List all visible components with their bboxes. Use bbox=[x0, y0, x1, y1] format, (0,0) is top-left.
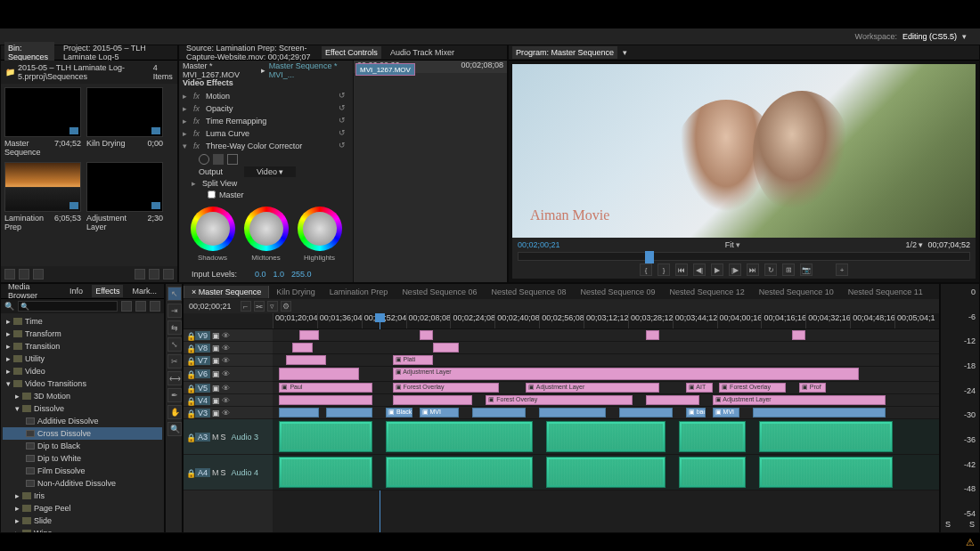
track-name[interactable]: A3 bbox=[195, 433, 210, 442]
track-select-tool[interactable]: ⇥ bbox=[167, 304, 182, 318]
tree-item[interactable]: Non-Additive Dissolve bbox=[3, 477, 162, 490]
twirl-icon[interactable]: ▸ bbox=[183, 117, 190, 126]
marker-button[interactable]: ▿ bbox=[267, 301, 278, 312]
panel-tab-info[interactable]: Info bbox=[66, 285, 86, 297]
solo-right[interactable]: S bbox=[969, 520, 975, 529]
toggle-output-icon[interactable]: ▣ bbox=[212, 409, 220, 417]
track-name[interactable]: V8 bbox=[195, 344, 210, 352]
timeline-clip[interactable] bbox=[292, 343, 312, 352]
effect-name[interactable]: Motion bbox=[206, 92, 230, 101]
effect-name[interactable]: Three-Way Color Corrector bbox=[206, 142, 302, 150]
ec-clip-bar[interactable]: MVI_1267.MOV bbox=[355, 63, 415, 76]
new-item-icon[interactable] bbox=[149, 269, 159, 280]
timeline-clip[interactable]: ▣ Prof bbox=[799, 383, 826, 393]
timeline-clip[interactable] bbox=[753, 408, 886, 417]
fx-badge-icon[interactable] bbox=[121, 301, 132, 312]
tree-item[interactable]: ▸ Page Peel bbox=[3, 502, 162, 515]
tree-item[interactable]: ▸ Transition bbox=[3, 340, 162, 352]
lock-icon[interactable]: 🔒 bbox=[186, 385, 193, 392]
video-track-header[interactable]: 🔒 V8 ▣ 👁 bbox=[184, 342, 273, 354]
video-track-header[interactable]: 🔒 V5 ▣ 👁 bbox=[184, 382, 273, 394]
timeline-clip[interactable] bbox=[393, 395, 473, 405]
tonal-range-icon[interactable] bbox=[199, 154, 209, 165]
loop-button[interactable]: ↻ bbox=[764, 263, 777, 276]
eye-icon[interactable]: 👁 bbox=[222, 331, 231, 340]
audio-clip[interactable] bbox=[679, 457, 746, 488]
timeline-clip[interactable] bbox=[286, 355, 326, 365]
timeline-clip[interactable] bbox=[646, 395, 699, 405]
audio-track-header[interactable]: 🔒 A3 M S Audio 3 bbox=[184, 419, 273, 455]
eye-icon[interactable]: 👁 bbox=[222, 369, 231, 378]
warning-icon[interactable]: ⚠ bbox=[966, 537, 975, 548]
timeline-clip[interactable]: ▣ AIT bbox=[686, 383, 713, 393]
color-wheel-shadows[interactable]: Shadows bbox=[191, 207, 235, 262]
tree-item[interactable]: ▸ Utility bbox=[3, 352, 162, 365]
go-to-out-button[interactable]: ⏭ bbox=[747, 263, 759, 276]
eye-icon[interactable]: 👁 bbox=[222, 344, 231, 352]
reset-icon[interactable]: ↺ bbox=[339, 128, 349, 139]
tree-item[interactable]: Film Dissolve bbox=[3, 465, 162, 477]
color-wheel-icon[interactable] bbox=[244, 207, 289, 251]
show-split-icon[interactable] bbox=[213, 154, 224, 165]
twirl-icon[interactable]: ▸ bbox=[6, 367, 11, 376]
lock-icon[interactable]: 🔒 bbox=[186, 370, 193, 377]
reset-icon[interactable]: ↺ bbox=[339, 103, 349, 114]
snap-toggle[interactable]: ⌐ bbox=[241, 301, 251, 312]
tree-item[interactable]: ▾ Dissolve bbox=[3, 402, 162, 415]
sequence-tab[interactable]: Nested Sequence 08 bbox=[484, 286, 573, 298]
twirl-icon[interactable]: ▸ bbox=[6, 342, 11, 351]
tree-item[interactable]: Dip to Black bbox=[3, 440, 162, 452]
timeline-clip[interactable] bbox=[619, 408, 673, 417]
timeline-clip[interactable]: ▣ Forest Overlay bbox=[393, 383, 500, 393]
mute-button[interactable]: M bbox=[212, 433, 219, 442]
color-wheel-icon[interactable] bbox=[191, 207, 235, 251]
selection-tool[interactable]: ↖ bbox=[167, 287, 182, 301]
eye-icon[interactable]: 👁 bbox=[222, 396, 231, 405]
effect-name[interactable]: Opacity bbox=[206, 104, 233, 113]
twirl-icon[interactable]: ▸ bbox=[183, 129, 190, 138]
sequence-tab[interactable]: Nested Sequence 10 bbox=[752, 286, 841, 298]
zoom-fit-dropdown[interactable]: Fit bbox=[725, 240, 734, 249]
eye-icon[interactable]: 👁 bbox=[222, 409, 231, 417]
reset-icon[interactable]: ↺ bbox=[339, 91, 349, 101]
bin-item[interactable]: Kiln Drying0;00 bbox=[86, 87, 163, 157]
zoom-tool[interactable]: 🔍 bbox=[167, 422, 182, 436]
track-name[interactable]: V5 bbox=[195, 384, 210, 393]
mark-in-button[interactable]: { bbox=[640, 263, 652, 276]
output-dropdown[interactable]: Video ▾ bbox=[244, 166, 296, 177]
timeline-clip[interactable]: ▣ Forest Overlay bbox=[719, 383, 786, 393]
lock-icon[interactable]: 🔒 bbox=[186, 332, 193, 339]
slip-tool[interactable]: ⟷ bbox=[167, 371, 182, 385]
audio-clip[interactable] bbox=[546, 457, 666, 488]
program-tc-current[interactable]: 00;02;00;21 bbox=[518, 240, 560, 249]
eye-icon[interactable]: 👁 bbox=[222, 384, 231, 393]
timeline-clip[interactable] bbox=[420, 330, 433, 340]
dropdown-icon[interactable]: ▾ bbox=[623, 48, 627, 57]
twirl-icon[interactable]: ▸ bbox=[192, 179, 199, 188]
bin-item[interactable]: Master Sequence7;04;52 bbox=[4, 87, 81, 157]
accel-badge-icon[interactable] bbox=[135, 301, 146, 312]
panel-tab-effects[interactable]: Effects bbox=[92, 285, 123, 297]
timeline-clip[interactable]: ▣ Paul bbox=[279, 383, 372, 393]
video-track[interactable]: ▣ Plati bbox=[273, 354, 939, 367]
timeline-clip[interactable] bbox=[326, 408, 372, 417]
tree-item[interactable]: ▾ Video Transitions bbox=[3, 377, 162, 390]
sequence-tab[interactable]: Nested Sequence 12 bbox=[663, 286, 752, 298]
bin-thumbnail[interactable] bbox=[86, 87, 163, 137]
timeline-clip[interactable]: ▣ MVI bbox=[713, 408, 739, 417]
tree-item[interactable]: ▸ Transform bbox=[3, 328, 162, 340]
timeline-clip[interactable] bbox=[792, 330, 805, 340]
twirl-icon[interactable]: ▸ bbox=[6, 354, 11, 363]
trash-icon[interactable] bbox=[163, 269, 174, 280]
export-frame-button[interactable]: 📷 bbox=[800, 263, 813, 276]
audio-clip[interactable] bbox=[759, 457, 893, 488]
new-bin-icon[interactable] bbox=[135, 269, 145, 280]
twirl-icon[interactable]: ▾ bbox=[15, 404, 20, 413]
audio-clip[interactable] bbox=[386, 457, 533, 488]
twirl-icon[interactable]: ▸ bbox=[15, 516, 20, 525]
bin-thumbnail[interactable] bbox=[86, 162, 163, 212]
audio-clip[interactable] bbox=[759, 421, 893, 452]
toggle-output-icon[interactable]: ▣ bbox=[212, 369, 220, 378]
safe-margins-button[interactable]: ⊞ bbox=[782, 263, 795, 276]
twirl-icon[interactable]: ▸ bbox=[15, 529, 20, 532]
